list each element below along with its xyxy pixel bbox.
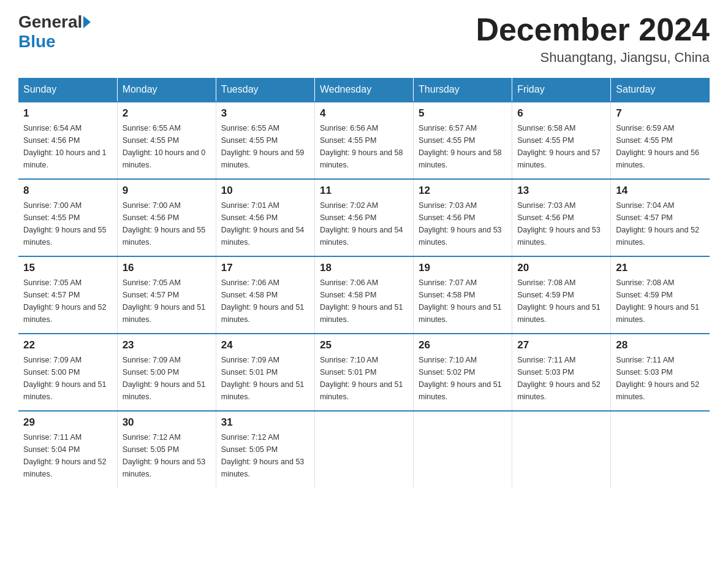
logo-arrow-icon <box>83 16 91 28</box>
table-row: 8Sunrise: 7:00 AMSunset: 4:55 PMDaylight… <box>18 179 117 256</box>
header-friday: Friday <box>512 78 611 102</box>
day-info: Sunrise: 7:08 AMSunset: 4:59 PMDaylight:… <box>517 277 605 326</box>
day-info: Sunrise: 7:12 AMSunset: 5:05 PMDaylight:… <box>221 431 309 480</box>
day-number: 14 <box>616 185 705 197</box>
table-row: 23Sunrise: 7:09 AMSunset: 5:00 PMDayligh… <box>117 334 216 411</box>
day-info: Sunrise: 7:00 AMSunset: 4:55 PMDaylight:… <box>23 199 112 248</box>
day-info: Sunrise: 7:09 AMSunset: 5:00 PMDaylight:… <box>123 354 211 403</box>
table-row: 9Sunrise: 7:00 AMSunset: 4:56 PMDaylight… <box>117 179 216 256</box>
logo-general-text: General <box>18 12 82 32</box>
logo-blue-text: Blue <box>18 32 56 51</box>
calendar-body: 1Sunrise: 6:54 AMSunset: 4:56 PMDaylight… <box>18 102 710 488</box>
table-row <box>611 411 710 488</box>
day-number: 3 <box>221 107 309 120</box>
header-tuesday: Tuesday <box>216 78 314 102</box>
header-monday: Monday <box>117 78 216 102</box>
day-info: Sunrise: 7:11 AMSunset: 5:04 PMDaylight:… <box>23 431 112 480</box>
day-number: 31 <box>221 416 309 429</box>
day-number: 5 <box>419 107 507 120</box>
day-number: 26 <box>419 339 507 351</box>
day-number: 25 <box>320 339 408 351</box>
table-row <box>512 411 611 488</box>
day-info: Sunrise: 6:56 AMSunset: 4:55 PMDaylight:… <box>320 122 408 171</box>
day-number: 11 <box>320 185 408 197</box>
day-info: Sunrise: 7:10 AMSunset: 5:02 PMDaylight:… <box>419 354 507 403</box>
table-row: 5Sunrise: 6:57 AMSunset: 4:55 PMDaylight… <box>414 102 512 179</box>
day-info: Sunrise: 7:05 AMSunset: 4:57 PMDaylight:… <box>123 277 211 326</box>
day-info: Sunrise: 6:59 AMSunset: 4:55 PMDaylight:… <box>616 122 705 171</box>
day-number: 23 <box>123 339 211 351</box>
table-row: 31Sunrise: 7:12 AMSunset: 5:05 PMDayligh… <box>216 411 314 488</box>
day-info: Sunrise: 6:57 AMSunset: 4:55 PMDaylight:… <box>419 122 507 171</box>
day-info: Sunrise: 7:02 AMSunset: 4:56 PMDaylight:… <box>320 199 408 248</box>
table-row: 1Sunrise: 6:54 AMSunset: 4:56 PMDaylight… <box>18 102 117 179</box>
day-number: 28 <box>616 339 705 351</box>
day-info: Sunrise: 7:03 AMSunset: 4:56 PMDaylight:… <box>517 199 605 248</box>
day-number: 8 <box>23 185 112 197</box>
table-row: 13Sunrise: 7:03 AMSunset: 4:56 PMDayligh… <box>512 179 611 256</box>
location-title: Shuangtang, Jiangsu, China <box>476 50 710 66</box>
table-row: 28Sunrise: 7:11 AMSunset: 5:03 PMDayligh… <box>611 334 710 411</box>
table-row: 16Sunrise: 7:05 AMSunset: 4:57 PMDayligh… <box>117 256 216 334</box>
logo: General Blue <box>18 12 92 52</box>
table-row: 21Sunrise: 7:08 AMSunset: 4:59 PMDayligh… <box>611 256 710 334</box>
day-info: Sunrise: 6:58 AMSunset: 4:55 PMDaylight:… <box>517 122 605 171</box>
calendar-table: SundayMondayTuesdayWednesdayThursdayFrid… <box>18 78 710 488</box>
week-row-3: 15Sunrise: 7:05 AMSunset: 4:57 PMDayligh… <box>18 256 710 334</box>
day-number: 27 <box>517 339 605 351</box>
table-row: 11Sunrise: 7:02 AMSunset: 4:56 PMDayligh… <box>314 179 413 256</box>
table-row: 15Sunrise: 7:05 AMSunset: 4:57 PMDayligh… <box>18 256 117 334</box>
table-row: 27Sunrise: 7:11 AMSunset: 5:03 PMDayligh… <box>512 334 611 411</box>
table-row: 7Sunrise: 6:59 AMSunset: 4:55 PMDaylight… <box>611 102 710 179</box>
header-thursday: Thursday <box>414 78 512 102</box>
day-info: Sunrise: 7:05 AMSunset: 4:57 PMDaylight:… <box>23 277 112 326</box>
calendar-header: SundayMondayTuesdayWednesdayThursdayFrid… <box>18 78 710 102</box>
table-row: 2Sunrise: 6:55 AMSunset: 4:55 PMDaylight… <box>117 102 216 179</box>
day-number: 30 <box>123 416 211 429</box>
day-info: Sunrise: 7:06 AMSunset: 4:58 PMDaylight:… <box>221 277 309 326</box>
day-number: 9 <box>123 185 211 197</box>
table-row <box>314 411 413 488</box>
day-info: Sunrise: 6:54 AMSunset: 4:56 PMDaylight:… <box>23 122 112 171</box>
day-number: 19 <box>419 262 507 274</box>
table-row: 19Sunrise: 7:07 AMSunset: 4:58 PMDayligh… <box>414 256 512 334</box>
day-number: 15 <box>23 262 112 274</box>
header-sunday: Sunday <box>18 78 117 102</box>
day-info: Sunrise: 7:08 AMSunset: 4:59 PMDaylight:… <box>616 277 705 326</box>
week-row-4: 22Sunrise: 7:09 AMSunset: 5:00 PMDayligh… <box>18 334 710 411</box>
table-row: 29Sunrise: 7:11 AMSunset: 5:04 PMDayligh… <box>18 411 117 488</box>
day-number: 6 <box>517 107 605 120</box>
table-row: 17Sunrise: 7:06 AMSunset: 4:58 PMDayligh… <box>216 256 314 334</box>
day-info: Sunrise: 7:03 AMSunset: 4:56 PMDaylight:… <box>419 199 507 248</box>
day-info: Sunrise: 7:06 AMSunset: 4:58 PMDaylight:… <box>320 277 408 326</box>
day-number: 22 <box>23 339 112 351</box>
table-row: 10Sunrise: 7:01 AMSunset: 4:56 PMDayligh… <box>216 179 314 256</box>
day-number: 20 <box>517 262 605 274</box>
table-row: 30Sunrise: 7:12 AMSunset: 5:05 PMDayligh… <box>117 411 216 488</box>
table-row: 6Sunrise: 6:58 AMSunset: 4:55 PMDaylight… <box>512 102 611 179</box>
day-info: Sunrise: 6:55 AMSunset: 4:55 PMDaylight:… <box>221 122 309 171</box>
day-info: Sunrise: 7:07 AMSunset: 4:58 PMDaylight:… <box>419 277 507 326</box>
day-number: 10 <box>221 185 309 197</box>
table-row: 3Sunrise: 6:55 AMSunset: 4:55 PMDaylight… <box>216 102 314 179</box>
day-info: Sunrise: 7:01 AMSunset: 4:56 PMDaylight:… <box>221 199 309 248</box>
day-info: Sunrise: 7:10 AMSunset: 5:01 PMDaylight:… <box>320 354 408 403</box>
day-number: 18 <box>320 262 408 274</box>
day-number: 21 <box>616 262 705 274</box>
table-row: 20Sunrise: 7:08 AMSunset: 4:59 PMDayligh… <box>512 256 611 334</box>
header-saturday: Saturday <box>611 78 710 102</box>
day-info: Sunrise: 7:11 AMSunset: 5:03 PMDaylight:… <box>517 354 605 403</box>
day-info: Sunrise: 7:04 AMSunset: 4:57 PMDaylight:… <box>616 199 705 248</box>
day-number: 12 <box>419 185 507 197</box>
day-info: Sunrise: 7:11 AMSunset: 5:03 PMDaylight:… <box>616 354 705 403</box>
week-row-5: 29Sunrise: 7:11 AMSunset: 5:04 PMDayligh… <box>18 411 710 488</box>
table-row <box>414 411 512 488</box>
day-number: 4 <box>320 107 408 120</box>
table-row: 26Sunrise: 7:10 AMSunset: 5:02 PMDayligh… <box>414 334 512 411</box>
day-number: 2 <box>123 107 211 120</box>
day-number: 24 <box>221 339 309 351</box>
header-wednesday: Wednesday <box>314 78 413 102</box>
day-info: Sunrise: 6:55 AMSunset: 4:55 PMDaylight:… <box>123 122 211 171</box>
day-number: 13 <box>517 185 605 197</box>
table-row: 18Sunrise: 7:06 AMSunset: 4:58 PMDayligh… <box>314 256 413 334</box>
